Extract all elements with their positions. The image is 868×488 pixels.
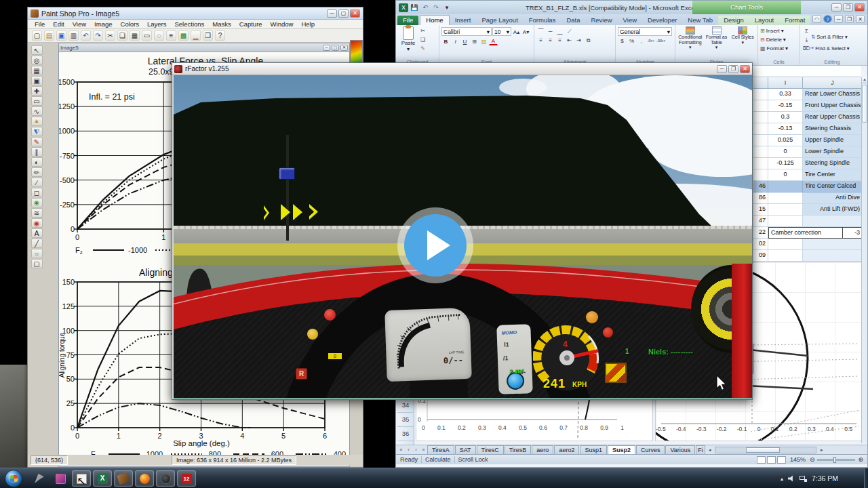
row-number-36[interactable]: 36 [397,427,414,441]
sheet-tab-tiresa[interactable]: TiresA [427,445,454,454]
align-bottom-icon[interactable]: ⎽ [555,27,564,35]
excel-restore-button[interactable]: ❐ [843,3,853,12]
font-size-combo[interactable]: 10▾ [492,27,511,36]
copy-icon[interactable]: ❏ [117,30,127,41]
table-row[interactable]: -0.125Steering Spindle [753,158,863,169]
table-row[interactable]: 15Anti Lift (FWD) [753,204,863,216]
scroll-thumb[interactable] [862,85,867,123]
fill-color-icon[interactable]: ▨ [479,37,488,45]
page-layout-view-icon[interactable] [767,456,776,464]
pinned-app-taskbar-button[interactable] [30,470,49,487]
table-row[interactable]: 47 [753,216,863,227]
taskbar-clock[interactable]: 7:36 PM [812,474,838,483]
cell-merged[interactable]: Camber correction [768,227,843,239]
zoom-in-icon[interactable]: ⊕ [858,456,863,463]
vertical-scrollbar[interactable]: ▲ [861,77,867,443]
cell-h[interactable]: 15 [753,204,768,216]
sheet-scroll-right-icon[interactable]: ▸ [818,447,825,453]
excel-logo-icon[interactable]: X [399,3,408,12]
sheet-scrollbar[interactable] [715,447,816,453]
cell-i[interactable] [768,192,803,204]
border-icon[interactable]: ⊞ [470,37,479,45]
minimize-icon[interactable]: ─ [834,15,843,23]
cell-j[interactable]: Anti Lift (FWD) [803,204,863,216]
column-header-i[interactable]: I [768,77,803,89]
save-icon[interactable]: 💾 [410,3,419,12]
clone-brush-icon[interactable]: ∥ [31,147,43,157]
menu-item-file[interactable]: File [31,20,49,28]
redo-icon[interactable]: ↷ [431,3,441,12]
cell-h[interactable]: 09 [753,250,768,262]
image-maximize-button[interactable]: ▢ [332,45,339,51]
tab-insert[interactable]: Insert [450,16,477,25]
sheet-scroll-thumb[interactable] [746,447,780,453]
next-sheet-icon[interactable]: › [412,447,420,452]
help-icon[interactable]: ? [823,15,832,23]
cell-j[interactable]: Steering Chassis [803,123,863,135]
redo-icon[interactable]: ↷ [93,30,103,41]
mover-icon[interactable]: ✚ [31,86,43,96]
video-restore-button[interactable]: ❐ [728,65,738,73]
accounting-icon[interactable]: $ [618,37,627,45]
video-minimize-button[interactable]: ─ [717,65,727,73]
cell-h[interactable] [753,123,768,135]
qat-dropdown-icon[interactable]: ▾ [442,3,452,12]
cell-j[interactable]: Upper Spindle [803,135,863,146]
menu-item-selections[interactable]: Selections [170,20,208,28]
cell-h[interactable] [753,89,768,100]
menu-item-edit[interactable]: Edit [49,20,68,28]
table-row[interactable]: 0Lower Spindle [753,146,863,158]
table-row[interactable]: 22Camber correction-3 [753,227,863,239]
normal-viewing-icon[interactable]: ◌ [154,30,164,41]
insert-cells-button[interactable]: ⊞Insert▾ [760,26,797,35]
prev-sheet-icon[interactable]: ‹ [405,447,412,452]
save-icon[interactable]: ▣ [56,30,66,41]
sheet-scroll-left-icon[interactable]: ◂ [706,447,713,453]
sheet-tab-aero[interactable]: aero [532,445,553,454]
clear-icon[interactable]: ⌦ [802,44,811,52]
cell-i[interactable]: 0 [768,146,803,158]
cell-j[interactable]: Rear Lower Chassis [803,89,863,100]
excel-close-button[interactable]: ✕ [854,3,865,12]
crop-icon[interactable]: ▣ [31,76,43,85]
tab-layout[interactable]: Layout [749,16,780,25]
sheet-tab-fi[interactable]: Fi [696,445,705,454]
font-name-combo[interactable]: Calibri▾ [441,27,492,36]
cut-icon[interactable]: ✂ [418,26,427,35]
zoom-icon[interactable]: ◎ [31,56,43,65]
cell-h[interactable] [753,146,768,158]
decrease-decimal-icon[interactable]: .00↦ [656,37,665,45]
cell-i[interactable]: -0.13 [768,123,803,135]
format-cells-button[interactable]: ▦Format▾ [760,44,797,53]
cell-i[interactable]: -0.125 [768,158,803,169]
cell-h[interactable] [753,100,768,112]
open-icon[interactable]: ▤ [44,30,54,41]
sort-filter-button[interactable]: ⇅Sort & Filter▾ [811,33,850,41]
table-row[interactable]: 09 [753,250,863,262]
last-sheet-icon[interactable]: » [420,447,427,452]
align-left-icon[interactable]: ≡ [536,36,545,44]
menu-item-colors[interactable]: Colors [117,20,143,28]
tab-formulas[interactable]: Formulas [524,16,561,25]
scratch-remover-icon[interactable]: ∕ [31,178,43,187]
tab-review[interactable]: Review [585,16,617,25]
media-app-taskbar-button[interactable] [156,470,175,487]
deformation-icon[interactable]: ▦ [31,66,43,75]
menu-item-image[interactable]: Image [90,20,116,28]
sheet-tab-tiresb[interactable]: TiresB [505,445,532,454]
delete-cells-button[interactable]: ⊟Delete▾ [760,35,797,44]
cell-h[interactable] [753,112,768,123]
firefox-taskbar-button[interactable] [135,470,154,487]
cell-i[interactable]: 0.33 [768,89,803,100]
cell-styles-button[interactable]: Cell Styles▾ [730,26,755,55]
percent-icon[interactable]: % [627,37,636,45]
shrink-font-icon[interactable]: A▾ [521,28,530,36]
cell-value[interactable]: -3 [843,227,863,239]
cell-j[interactable] [803,250,863,262]
tab-design[interactable]: Design [718,16,749,25]
image-close-button[interactable]: ✕ [340,45,348,51]
color-replacer-icon[interactable]: ◐ [31,157,43,167]
table-row[interactable]: 46Tire Center Calced [753,181,863,192]
cell-j[interactable] [803,216,863,227]
underline-icon[interactable]: U [460,37,469,45]
